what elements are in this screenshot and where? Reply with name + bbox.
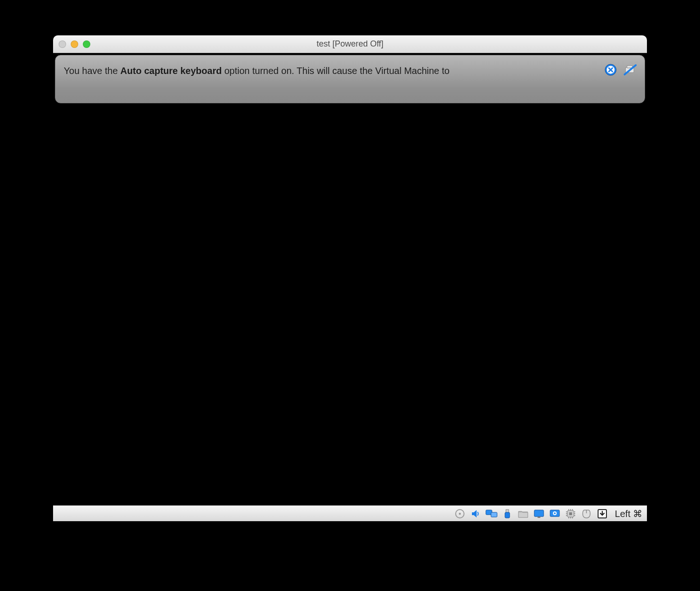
recording-icon[interactable] — [549, 508, 561, 520]
svg-rect-11 — [538, 517, 540, 518]
titlebar[interactable]: test [Powered Off] — [53, 35, 647, 53]
notification-bar: You have the Auto capture keyboard optio… — [55, 55, 645, 103]
dismiss-notification-button[interactable] — [605, 64, 617, 76]
notification-text-suffix: option turned on. This will cause the Vi… — [222, 66, 450, 76]
minimize-button[interactable] — [71, 40, 78, 48]
host-key-label: Left ⌘ — [615, 508, 642, 519]
network-icon[interactable] — [485, 508, 498, 520]
notification-actions — [605, 64, 637, 76]
shared-folder-icon[interactable] — [517, 508, 529, 520]
optical-drive-icon[interactable] — [454, 508, 466, 520]
svg-rect-16 — [569, 512, 572, 515]
statusbar: Left ⌘ — [53, 505, 647, 521]
notification-text-prefix: You have the — [64, 66, 121, 76]
svg-point-5 — [459, 512, 461, 514]
svg-rect-9 — [505, 512, 510, 518]
svg-point-14 — [554, 512, 556, 514]
traffic-lights — [59, 40, 90, 48]
vm-display[interactable] — [53, 103, 647, 505]
vm-window: test [Powered Off] You have the Auto cap… — [53, 35, 647, 521]
display-icon[interactable] — [533, 508, 545, 520]
cpu-icon[interactable] — [565, 508, 577, 520]
notification-text: You have the Auto capture keyboard optio… — [64, 66, 450, 76]
usb-icon[interactable] — [501, 508, 513, 520]
window-title: test [Powered Off] — [53, 39, 647, 49]
close-button[interactable] — [59, 40, 66, 48]
mouse-integration-icon[interactable] — [580, 508, 592, 520]
keyboard-capture-icon[interactable] — [596, 508, 608, 520]
notification-text-bold: Auto capture keyboard — [121, 66, 222, 76]
maximize-button[interactable] — [83, 40, 90, 48]
audio-icon[interactable] — [470, 508, 482, 520]
svg-rect-7 — [491, 512, 497, 517]
svg-rect-10 — [534, 510, 544, 517]
suppress-notification-button[interactable] — [623, 64, 637, 76]
